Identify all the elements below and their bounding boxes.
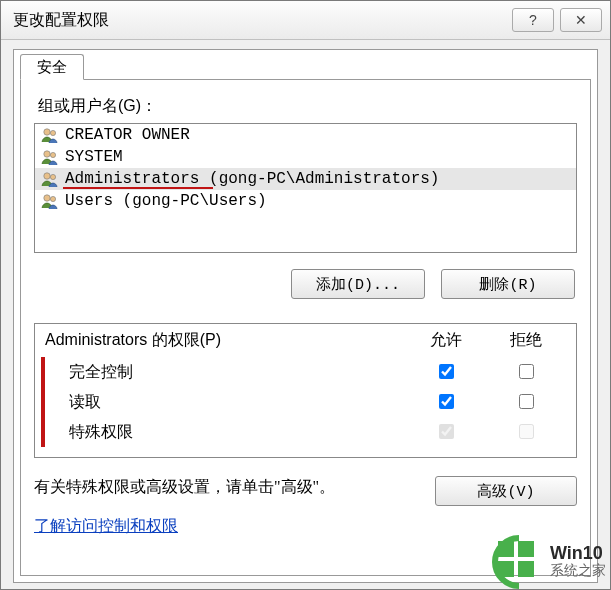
svg-point-4 bbox=[44, 173, 50, 179]
permission-row: 读取 bbox=[49, 387, 576, 417]
annotation-bar bbox=[41, 357, 45, 447]
svg-point-0 bbox=[44, 129, 50, 135]
permissions-rows: 完全控制 读取 特殊权限 bbox=[49, 357, 576, 447]
user-icon bbox=[41, 170, 59, 188]
allow-checkbox[interactable] bbox=[439, 364, 454, 379]
user-icon bbox=[41, 126, 59, 144]
permission-row: 完全控制 bbox=[49, 357, 576, 387]
watermark: Win10 系统之家 bbox=[498, 541, 606, 583]
list-item[interactable]: CREATOR OWNER bbox=[35, 124, 576, 146]
groups-listbox[interactable]: CREATOR OWNER SYSTEM Administrators (gon… bbox=[34, 123, 577, 253]
close-icon: ✕ bbox=[575, 12, 587, 28]
add-button[interactable]: 添加(D)... bbox=[291, 269, 425, 299]
annotation-underline bbox=[63, 187, 213, 189]
list-item-text: CREATOR OWNER bbox=[65, 126, 190, 144]
help-button[interactable]: ? bbox=[512, 8, 554, 32]
allow-column-header: 允许 bbox=[406, 330, 486, 351]
list-item[interactable]: Users (gong-PC\Users) bbox=[35, 190, 576, 212]
help-icon: ? bbox=[529, 12, 537, 28]
list-item[interactable]: SYSTEM bbox=[35, 146, 576, 168]
watermark-text: Win10 系统之家 bbox=[550, 544, 606, 581]
learn-more-link[interactable]: 了解访问控制和权限 bbox=[34, 516, 577, 537]
permission-name: 特殊权限 bbox=[59, 422, 406, 443]
groups-button-row: 添加(D)... 删除(R) bbox=[34, 269, 575, 299]
svg-point-7 bbox=[50, 196, 55, 201]
permissions-header: Administrators 的权限(P) 允许 拒绝 bbox=[35, 324, 576, 357]
svg-point-5 bbox=[50, 174, 55, 179]
permissions-for-label: Administrators 的权限(P) bbox=[45, 330, 221, 351]
deny-checkbox bbox=[519, 424, 534, 439]
list-item[interactable]: Administrators (gong-PC\Administrators) bbox=[35, 168, 576, 190]
deny-checkbox[interactable] bbox=[519, 394, 534, 409]
permissions-box: Administrators 的权限(P) 允许 拒绝 完全控制 bbox=[34, 323, 577, 458]
groups-label: 组或用户名(G)： bbox=[38, 96, 577, 117]
allow-checkbox[interactable] bbox=[439, 394, 454, 409]
advanced-button[interactable]: 高级(V) bbox=[435, 476, 577, 506]
permission-name: 读取 bbox=[59, 392, 406, 413]
permission-row: 特殊权限 bbox=[49, 417, 576, 447]
windows-logo-icon bbox=[498, 541, 540, 583]
footer-area: 有关特殊权限或高级设置，请单击"高级"。 高级(V) bbox=[34, 476, 577, 506]
permission-name: 完全控制 bbox=[59, 362, 406, 383]
permissions-dialog: 更改配置权限 ? ✕ 安全 组或用户名(G)： CREATOR OWNER bbox=[0, 0, 611, 590]
allow-checkbox bbox=[439, 424, 454, 439]
list-item-text: SYSTEM bbox=[65, 148, 123, 166]
remove-button[interactable]: 删除(R) bbox=[441, 269, 575, 299]
window-title: 更改配置权限 bbox=[9, 10, 506, 31]
user-icon bbox=[41, 148, 59, 166]
close-button[interactable]: ✕ bbox=[560, 8, 602, 32]
deny-column-header: 拒绝 bbox=[486, 330, 566, 351]
tab-page: 组或用户名(G)： CREATOR OWNER SYSTEM bbox=[20, 80, 591, 576]
titlebar: 更改配置权限 ? ✕ bbox=[1, 1, 610, 40]
svg-point-3 bbox=[50, 152, 55, 157]
user-icon bbox=[41, 192, 59, 210]
tab-strip: 安全 bbox=[14, 50, 597, 80]
svg-point-2 bbox=[44, 151, 50, 157]
deny-checkbox[interactable] bbox=[519, 364, 534, 379]
svg-point-1 bbox=[50, 130, 55, 135]
tab-security[interactable]: 安全 bbox=[20, 54, 84, 80]
client-area: 安全 组或用户名(G)： CREATOR OWNER SYSTEM bbox=[13, 49, 598, 583]
list-item-text: Users (gong-PC\Users) bbox=[65, 192, 267, 210]
svg-point-6 bbox=[44, 195, 50, 201]
advanced-hint-text: 有关特殊权限或高级设置，请单击"高级"。 bbox=[34, 476, 421, 498]
list-item-text: Administrators (gong-PC\Administrators) bbox=[65, 170, 439, 188]
